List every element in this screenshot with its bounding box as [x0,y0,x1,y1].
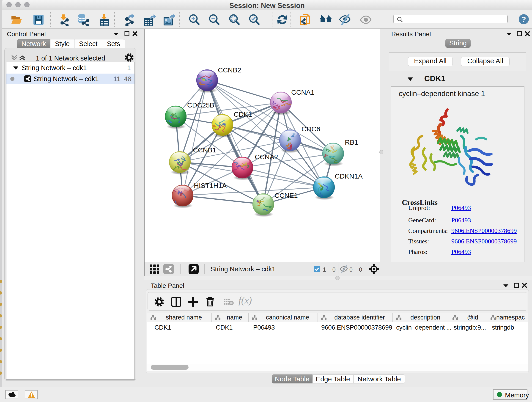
svg-text:CCNB2: CCNB2 [218,66,241,74]
svg-text:CCNB1: CCNB1 [193,146,216,154]
svg-text:CDK1: CDK1 [234,110,252,118]
svg-text:CCNE1: CCNE1 [274,191,298,199]
svg-text:CCNA2: CCNA2 [255,153,278,161]
svg-text:?: ? [521,15,526,23]
svg-text:CDC25B: CDC25B [187,101,214,109]
svg-text:HIST1H1A: HIST1H1A [194,182,227,189]
svg-text:CDC6: CDC6 [302,125,320,133]
svg-text:CCNA1: CCNA1 [291,89,315,96]
svg-text:RB1: RB1 [345,138,358,146]
svg-text:CDKN1A: CDKN1A [335,172,363,180]
